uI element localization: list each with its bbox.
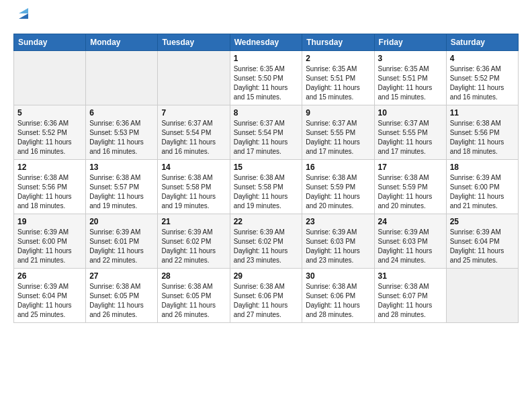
day-number: 5: [17, 108, 82, 118]
calendar-cell: 2Sunrise: 6:35 AM Sunset: 5:51 PM Daylig…: [302, 51, 374, 105]
day-number: 12: [17, 163, 82, 172]
calendar-header-row: SundayMondayTuesdayWednesdayThursdayFrid…: [14, 34, 519, 51]
day-number: 22: [234, 217, 299, 226]
day-info: Sunrise: 6:38 AM Sunset: 6:05 PM Dayligh…: [161, 282, 226, 320]
day-number: 23: [306, 217, 370, 226]
calendar-cell: 4Sunrise: 6:36 AM Sunset: 5:52 PM Daylig…: [446, 51, 518, 105]
day-number: 30: [306, 271, 370, 281]
day-info: Sunrise: 6:39 AM Sunset: 6:03 PM Dayligh…: [306, 228, 370, 265]
calendar-cell: 1Sunrise: 6:35 AM Sunset: 5:50 PM Daylig…: [230, 51, 302, 105]
calendar-week-row: 12Sunrise: 6:38 AM Sunset: 5:56 PM Dayli…: [14, 160, 519, 214]
day-info: Sunrise: 6:38 AM Sunset: 5:56 PM Dayligh…: [17, 173, 82, 211]
day-number: 14: [161, 163, 226, 172]
day-info: Sunrise: 6:39 AM Sunset: 6:02 PM Dayligh…: [161, 228, 226, 265]
day-info: Sunrise: 6:36 AM Sunset: 5:52 PM Dayligh…: [450, 64, 515, 102]
day-number: 24: [378, 217, 443, 226]
day-number: 4: [450, 54, 515, 63]
column-header-thursday: Thursday: [302, 34, 374, 51]
day-info: Sunrise: 6:39 AM Sunset: 6:01 PM Dayligh…: [89, 228, 154, 265]
column-header-sunday: Sunday: [14, 34, 86, 51]
day-info: Sunrise: 6:39 AM Sunset: 6:03 PM Dayligh…: [378, 228, 443, 265]
day-number: 26: [17, 271, 82, 281]
day-number: 21: [161, 217, 226, 226]
logo: [13, 11, 31, 27]
calendar-cell: 26Sunrise: 6:39 AM Sunset: 6:04 PM Dayli…: [14, 269, 86, 323]
day-info: Sunrise: 6:38 AM Sunset: 6:05 PM Dayligh…: [89, 282, 154, 320]
day-info: Sunrise: 6:36 AM Sunset: 5:52 PM Dayligh…: [17, 119, 82, 156]
calendar-cell: 21Sunrise: 6:39 AM Sunset: 6:02 PM Dayli…: [158, 214, 230, 269]
day-number: 28: [161, 271, 226, 281]
calendar-cell: 31Sunrise: 6:38 AM Sunset: 6:07 PM Dayli…: [374, 269, 446, 323]
calendar-week-row: 19Sunrise: 6:39 AM Sunset: 6:00 PM Dayli…: [14, 214, 519, 269]
calendar-cell: 11Sunrise: 6:38 AM Sunset: 5:56 PM Dayli…: [446, 105, 518, 160]
day-number: 13: [89, 163, 154, 172]
column-header-saturday: Saturday: [446, 34, 518, 51]
calendar-cell: 14Sunrise: 6:38 AM Sunset: 5:58 PM Dayli…: [158, 160, 230, 214]
day-number: 1: [234, 54, 299, 63]
day-number: 7: [161, 108, 226, 118]
day-number: 6: [89, 108, 154, 118]
day-number: 19: [17, 217, 82, 226]
day-info: Sunrise: 6:35 AM Sunset: 5:51 PM Dayligh…: [378, 64, 443, 102]
day-number: 17: [378, 163, 443, 172]
calendar-cell: 8Sunrise: 6:37 AM Sunset: 5:54 PM Daylig…: [230, 105, 302, 160]
day-info: Sunrise: 6:37 AM Sunset: 5:55 PM Dayligh…: [378, 119, 443, 156]
day-number: 15: [234, 163, 299, 172]
day-info: Sunrise: 6:38 AM Sunset: 5:59 PM Dayligh…: [378, 173, 443, 211]
calendar-cell: 15Sunrise: 6:38 AM Sunset: 5:58 PM Dayli…: [230, 160, 302, 214]
day-number: 3: [378, 54, 443, 63]
calendar-cell: 25Sunrise: 6:39 AM Sunset: 6:04 PM Dayli…: [446, 214, 518, 269]
calendar-cell: 16Sunrise: 6:38 AM Sunset: 5:59 PM Dayli…: [302, 160, 374, 214]
calendar-cell: 22Sunrise: 6:39 AM Sunset: 6:02 PM Dayli…: [230, 214, 302, 269]
day-number: 16: [306, 163, 370, 172]
svg-marker-1: [19, 8, 28, 13]
day-info: Sunrise: 6:39 AM Sunset: 6:04 PM Dayligh…: [17, 282, 82, 320]
calendar-cell: 27Sunrise: 6:38 AM Sunset: 6:05 PM Dayli…: [86, 269, 158, 323]
calendar-cell: 18Sunrise: 6:39 AM Sunset: 6:00 PM Dayli…: [446, 160, 518, 214]
day-info: Sunrise: 6:38 AM Sunset: 5:56 PM Dayligh…: [450, 119, 515, 156]
calendar-table: SundayMondayTuesdayWednesdayThursdayFrid…: [13, 34, 519, 323]
day-number: 10: [378, 108, 443, 118]
day-info: Sunrise: 6:37 AM Sunset: 5:54 PM Dayligh…: [234, 119, 299, 156]
day-number: 20: [89, 217, 154, 226]
calendar-week-row: 1Sunrise: 6:35 AM Sunset: 5:50 PM Daylig…: [14, 51, 519, 105]
day-info: Sunrise: 6:39 AM Sunset: 6:00 PM Dayligh…: [450, 173, 515, 211]
day-info: Sunrise: 6:38 AM Sunset: 6:06 PM Dayligh…: [306, 282, 370, 320]
calendar-cell: 28Sunrise: 6:38 AM Sunset: 6:05 PM Dayli…: [158, 269, 230, 323]
calendar-cell: 10Sunrise: 6:37 AM Sunset: 5:55 PM Dayli…: [374, 105, 446, 160]
calendar-cell: [86, 51, 158, 105]
day-number: 18: [450, 163, 515, 172]
calendar-cell: 20Sunrise: 6:39 AM Sunset: 6:01 PM Dayli…: [86, 214, 158, 269]
day-number: 8: [234, 108, 299, 118]
day-info: Sunrise: 6:38 AM Sunset: 5:57 PM Dayligh…: [89, 173, 154, 211]
calendar-cell: 9Sunrise: 6:37 AM Sunset: 5:55 PM Daylig…: [302, 105, 374, 160]
calendar-cell: 7Sunrise: 6:37 AM Sunset: 5:54 PM Daylig…: [158, 105, 230, 160]
day-number: 2: [306, 54, 370, 63]
svg-marker-0: [19, 13, 28, 19]
calendar-cell: 13Sunrise: 6:38 AM Sunset: 5:57 PM Dayli…: [86, 160, 158, 214]
calendar-cell: 6Sunrise: 6:36 AM Sunset: 5:53 PM Daylig…: [86, 105, 158, 160]
day-number: 25: [450, 217, 515, 226]
calendar-cell: 24Sunrise: 6:39 AM Sunset: 6:03 PM Dayli…: [374, 214, 446, 269]
calendar-cell: [158, 51, 230, 105]
day-number: 31: [378, 271, 443, 281]
day-number: 29: [234, 271, 299, 281]
day-info: Sunrise: 6:38 AM Sunset: 5:58 PM Dayligh…: [161, 173, 226, 211]
day-info: Sunrise: 6:38 AM Sunset: 5:59 PM Dayligh…: [306, 173, 370, 211]
calendar-cell: 17Sunrise: 6:38 AM Sunset: 5:59 PM Dayli…: [374, 160, 446, 214]
day-info: Sunrise: 6:39 AM Sunset: 6:02 PM Dayligh…: [234, 228, 299, 265]
calendar-cell: 5Sunrise: 6:36 AM Sunset: 5:52 PM Daylig…: [14, 105, 86, 160]
column-header-monday: Monday: [86, 34, 158, 51]
calendar-cell: [14, 51, 86, 105]
calendar-cell: 23Sunrise: 6:39 AM Sunset: 6:03 PM Dayli…: [302, 214, 374, 269]
calendar-cell: 29Sunrise: 6:38 AM Sunset: 6:06 PM Dayli…: [230, 269, 302, 323]
column-header-wednesday: Wednesday: [230, 34, 302, 51]
calendar-week-row: 26Sunrise: 6:39 AM Sunset: 6:04 PM Dayli…: [14, 269, 519, 323]
day-info: Sunrise: 6:37 AM Sunset: 5:54 PM Dayligh…: [161, 119, 226, 156]
column-header-friday: Friday: [374, 34, 446, 51]
day-number: 11: [450, 108, 515, 118]
day-info: Sunrise: 6:38 AM Sunset: 5:58 PM Dayligh…: [234, 173, 299, 211]
day-info: Sunrise: 6:38 AM Sunset: 6:07 PM Dayligh…: [378, 282, 443, 320]
day-info: Sunrise: 6:36 AM Sunset: 5:53 PM Dayligh…: [89, 119, 154, 156]
day-info: Sunrise: 6:39 AM Sunset: 6:04 PM Dayligh…: [450, 228, 515, 265]
